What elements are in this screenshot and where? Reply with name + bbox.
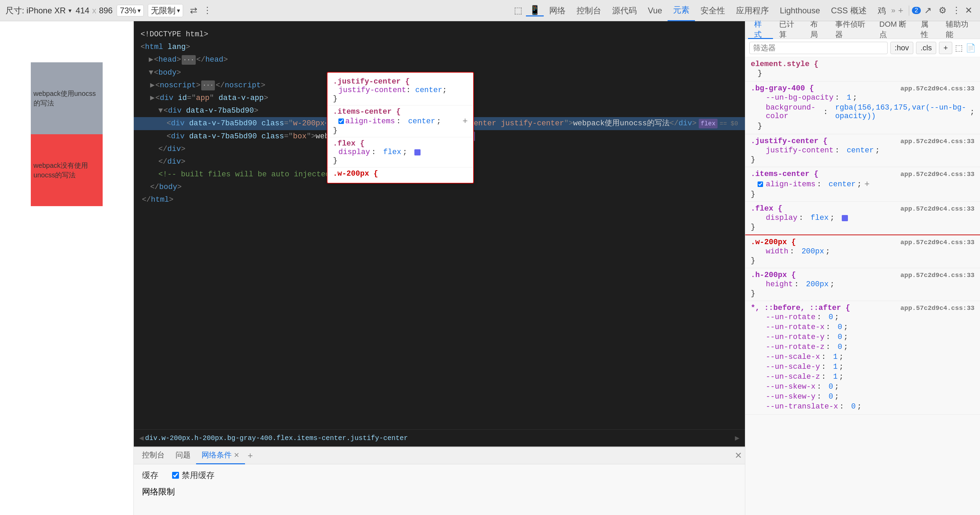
add-style-button[interactable]: +: [939, 42, 952, 54]
un-scale-z-prop: --un-scale-z: 1;: [751, 372, 975, 382]
tab-console[interactable]: 控制台: [137, 447, 170, 464]
breadcrumb-right-arrow[interactable]: ▶: [735, 434, 740, 443]
add-tab-icon[interactable]: +: [898, 5, 904, 16]
ellipsis-btn[interactable]: ···: [201, 80, 215, 90]
tab-network[interactable]: 网络: [544, 5, 571, 16]
h200px-link[interactable]: app.57c2d9c4.css:33: [900, 271, 975, 279]
more-vertical-icon[interactable]: ⋮: [950, 5, 963, 16]
bg-gray-close: }: [751, 121, 975, 131]
items-center-header[interactable]: .items-center { app.57c2d9c4.css:33: [751, 170, 975, 179]
flex-rule: .flex { app.57c2d9c4.css:33 display: fle…: [745, 202, 980, 234]
tab-accessibility[interactable]: 辅助功能: [940, 21, 977, 39]
zoom-selector[interactable]: 73% ▾: [117, 5, 144, 16]
element-style-header: element.style {: [751, 60, 975, 69]
tab-styles[interactable]: 样式: [748, 21, 773, 39]
source-line[interactable]: ▶ <head> ··· </head>: [134, 53, 745, 66]
expand-app-arrow[interactable]: ▶: [150, 92, 155, 104]
universal-link[interactable]: app.57c2d9c4.css:33: [900, 305, 975, 312]
share-icon[interactable]: ↗: [921, 5, 935, 16]
tab-sources[interactable]: 源代码: [607, 5, 642, 16]
disable-cache-option[interactable]: 禁用缓存: [172, 470, 215, 481]
device-mode-icon[interactable]: 📱: [526, 5, 544, 16]
device-selector[interactable]: 尺寸: iPhone XR ▾: [5, 5, 72, 16]
w200px-header[interactable]: .w-200px { app.57c2d9c4.css:33: [751, 238, 975, 247]
cache-label: 缓存: [142, 470, 158, 481]
flex-selector: .flex {: [751, 204, 782, 213]
justify-center-link[interactable]: app.57c2d9c4.css:33: [900, 138, 975, 145]
bottom-content: 缓存 禁用缓存: [134, 464, 745, 486]
justify-center-header[interactable]: .justify-center { app.57c2d9c4.css:33: [751, 137, 975, 145]
expand-div-arrow[interactable]: ▼: [158, 105, 163, 117]
source-line: <html lang>: [134, 41, 745, 53]
tab-dom-breakpoints[interactable]: DOM 断点: [873, 21, 915, 39]
breadcrumb-text[interactable]: div.w-200px.h-200px.bg-gray-400.flex.ite…: [145, 434, 733, 442]
inspect-style-icon[interactable]: ⬚: [955, 43, 963, 53]
tab-console[interactable]: 控制台: [571, 5, 607, 16]
tab-computed[interactable]: 已计算: [773, 21, 804, 39]
items-center-link[interactable]: app.57c2d9c4.css:33: [900, 171, 975, 178]
height-prop: height: 200px;: [751, 279, 975, 289]
expand-noscript-arrow[interactable]: ▶: [150, 80, 155, 91]
w200px-link[interactable]: app.57c2d9c4.css:33: [900, 239, 975, 246]
dollar-zero: == $0: [720, 119, 738, 129]
flex-badge[interactable]: flex: [699, 119, 718, 129]
tab-security[interactable]: 安全性: [695, 5, 730, 16]
add-prop-icon[interactable]: +: [864, 179, 870, 189]
cls-button[interactable]: .cls: [916, 42, 936, 54]
tab-properties[interactable]: 属性: [915, 21, 940, 39]
tab-css-overview[interactable]: CSS 概述: [826, 5, 872, 16]
h200px-selector: .h-200px {: [751, 271, 796, 279]
tab-issues[interactable]: 问题: [170, 447, 196, 464]
h200px-header[interactable]: .h-200px { app.57c2d9c4.css:33: [751, 271, 975, 279]
tab-application[interactable]: 应用程序: [730, 5, 774, 16]
limit-label: 无限制: [151, 5, 175, 16]
preview-panel: webpack使用unocss的写法 webpack没有使用unocss的写法: [0, 21, 134, 515]
height-value: 896: [99, 6, 113, 15]
more-vertical-icon[interactable]: ⋮: [203, 5, 212, 16]
device-label: 尺寸: iPhone XR: [5, 5, 66, 16]
chevron-right-icon[interactable]: »: [891, 6, 896, 15]
inspect-icon[interactable]: ⬚: [511, 5, 526, 16]
disable-cache-checkbox[interactable]: [172, 472, 179, 479]
align-items-checkbox[interactable]: [757, 182, 763, 187]
tab-extra[interactable]: 鸡: [872, 5, 891, 16]
un-rotate-z-prop: --un-rotate-z: 0;: [751, 342, 975, 352]
items-center-rule: .items-center { app.57c2d9c4.css:33 alig…: [745, 167, 980, 202]
bottom-panel-close-btn[interactable]: ✕: [735, 450, 742, 461]
un-rotate-x-prop: --un-rotate-x: 0;: [751, 322, 975, 332]
bg-opacity-prop: --un-bg-opacity: 1;: [751, 93, 975, 103]
chevron-down-icon: ▾: [138, 7, 141, 14]
throttle-label: 网络限制: [142, 486, 175, 497]
rotate-icon[interactable]: ⇄: [190, 5, 197, 16]
tab-close-icon[interactable]: ✕: [234, 451, 240, 459]
hov-button[interactable]: :hov: [890, 42, 914, 54]
limit-selector[interactable]: 无限制 ▾: [148, 4, 183, 17]
tab-lighthouse[interactable]: Lighthouse: [774, 6, 825, 15]
tab-network-conditions[interactable]: 网络条件 ✕: [196, 447, 245, 464]
add-tab-btn[interactable]: +: [248, 450, 253, 461]
ellipsis-btn[interactable]: ···: [182, 55, 196, 65]
tab-vue[interactable]: Vue: [642, 6, 668, 15]
chevron-down-icon[interactable]: ▾: [68, 7, 72, 14]
bg-gray-link[interactable]: app.57c2d9c4.css:33: [900, 85, 975, 92]
source-line: </html>: [134, 193, 745, 206]
flex-header[interactable]: .flex { app.57c2d9c4.css:33: [751, 204, 975, 213]
flex-link[interactable]: app.57c2d9c4.css:33: [900, 205, 975, 213]
width-prop: width: 200px;: [751, 247, 975, 257]
settings-icon[interactable]: ⚙: [935, 5, 950, 16]
universal-header[interactable]: *, ::before, ::after { app.57c2d9c4.css:…: [751, 304, 975, 312]
expand-body-arrow[interactable]: ▼: [149, 67, 153, 79]
dimensions: 414 x 896: [76, 6, 113, 15]
breadcrumb-left-arrow[interactable]: ◀: [139, 434, 144, 443]
tab-layout[interactable]: 布局: [804, 21, 829, 39]
filter-input[interactable]: [749, 42, 888, 54]
close-icon[interactable]: ✕: [963, 5, 975, 16]
align-items-prop: align-items: center; +: [751, 179, 975, 190]
expand-head-arrow[interactable]: ▶: [149, 54, 153, 66]
tab-event-listeners[interactable]: 事件侦听器: [829, 21, 873, 39]
new-style-icon[interactable]: 📄: [966, 43, 976, 53]
tab-elements[interactable]: 元素: [668, 0, 695, 21]
styles-content[interactable]: element.style { } .bg-gray-400 { app.57c…: [745, 57, 980, 515]
bg-gray-header[interactable]: .bg-gray-400 { app.57c2d9c4.css:33: [751, 84, 975, 93]
flex-grid-icon[interactable]: [842, 215, 848, 221]
